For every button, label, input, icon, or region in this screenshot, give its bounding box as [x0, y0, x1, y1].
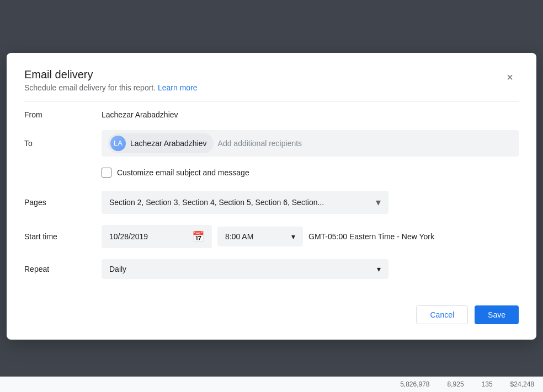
learn-more-link[interactable]: Learn more — [158, 83, 198, 92]
timezone-value: GMT-05:00 Eastern Time - New York — [308, 232, 434, 241]
bottom-bar: 5,826,978 8,925 135 $24,248 — [0, 377, 543, 392]
bottom-value-1: 5,826,978 — [400, 380, 429, 388]
bottom-value-3: 135 — [482, 380, 493, 388]
header-divider — [24, 101, 519, 101]
pages-label: Pages — [24, 198, 102, 207]
bottom-value-2: 8,925 — [448, 380, 464, 388]
chevron-down-icon: ▾ — [376, 196, 381, 208]
start-time-label: Start time — [24, 232, 102, 241]
cancel-button[interactable]: Cancel — [416, 305, 468, 324]
modal-header: Email delivery Schedule email delivery f… — [24, 68, 519, 92]
recipient-name: Lachezar Arabadzhiev — [130, 139, 207, 148]
modal-footer: Cancel Save — [24, 297, 519, 324]
bottom-values: 5,826,978 8,925 135 $24,248 — [400, 380, 534, 388]
avatar: LA — [110, 136, 126, 151]
time-picker[interactable]: 8:00 AM ▾ — [217, 227, 303, 246]
modal-header-text: Email delivery Schedule email delivery f… — [24, 68, 198, 92]
to-label: To — [24, 139, 102, 148]
customize-checkbox[interactable] — [102, 168, 111, 178]
customize-label[interactable]: Customize email subject and message — [117, 168, 249, 177]
customize-row: Customize email subject and message — [102, 168, 519, 178]
recipient-chip: LA Lachezar Arabadzhiev — [108, 133, 214, 153]
start-time-row: Start time 10/28/2019 📅 8:00 AM ▾ GMT-05… — [24, 225, 519, 248]
add-recipients-placeholder[interactable]: Add additional recipients — [218, 139, 512, 148]
calendar-icon: 📅 — [192, 230, 204, 243]
close-icon: × — [507, 72, 513, 83]
pages-value: Section 2, Section 3, Section 4, Section… — [109, 198, 324, 207]
repeat-select[interactable]: Daily ▾ — [102, 259, 388, 279]
modal-title: Email delivery — [24, 68, 198, 81]
from-label: From — [24, 110, 102, 119]
to-field[interactable]: LA Lachezar Arabadzhiev Add additional r… — [102, 130, 519, 157]
date-value: 10/28/2019 — [109, 232, 148, 241]
modal-subtitle: Schedule email delivery for this report.… — [24, 83, 198, 92]
repeat-value: Daily — [109, 265, 126, 273]
time-value: 8:00 AM — [225, 232, 253, 241]
time-chevron-icon: ▾ — [291, 232, 295, 241]
from-row: From Lachezar Arabadzhiev — [24, 110, 519, 119]
save-button[interactable]: Save — [475, 305, 519, 324]
date-picker[interactable]: 10/28/2019 📅 — [102, 225, 212, 248]
pages-row: Pages Section 2, Section 3, Section 4, S… — [24, 191, 519, 214]
to-row: To LA Lachezar Arabadzhiev Add additiona… — [24, 130, 519, 157]
pages-select[interactable]: Section 2, Section 3, Section 4, Section… — [102, 191, 388, 214]
avatar-image: LA — [110, 136, 126, 151]
email-delivery-modal: Email delivery Schedule email delivery f… — [7, 53, 536, 340]
close-button[interactable]: × — [501, 68, 519, 86]
repeat-row: Repeat Daily ▾ — [24, 259, 519, 279]
bottom-value-4: $24,248 — [510, 380, 534, 388]
from-value: Lachezar Arabadzhiev — [102, 110, 178, 119]
start-time-fields: 10/28/2019 📅 8:00 AM ▾ GMT-05:00 Eastern… — [102, 225, 434, 248]
subtitle-text: Schedule email delivery for this report. — [24, 83, 156, 92]
repeat-chevron-icon: ▾ — [377, 265, 381, 273]
repeat-label: Repeat — [24, 265, 102, 273]
